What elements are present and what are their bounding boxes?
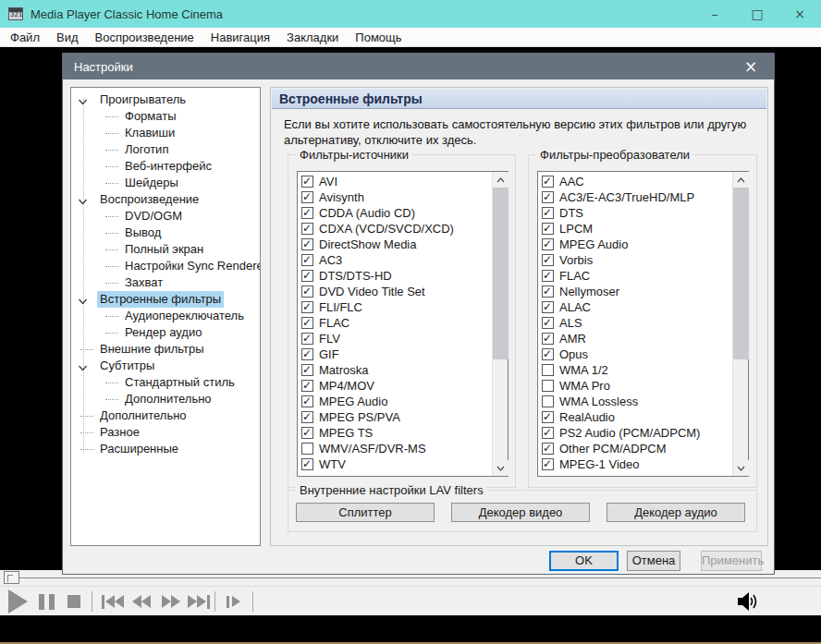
- checkbox-checked-icon[interactable]: [542, 286, 554, 298]
- checkbox-checked-icon[interactable]: [301, 364, 313, 376]
- tree-item-web-interface[interactable]: Веб-интерфейс: [71, 158, 260, 175]
- source-filter-row[interactable]: DTS/DTS-HD: [298, 268, 492, 284]
- source-filter-row[interactable]: FLI/FLC: [298, 299, 492, 315]
- source-filter-row[interactable]: CDDA (Audio CD): [298, 205, 492, 221]
- checkbox-checked-icon[interactable]: [542, 333, 554, 345]
- checkbox-checked-icon[interactable]: [542, 191, 554, 203]
- checkbox-checked-icon[interactable]: [301, 270, 313, 282]
- checkbox-unchecked-icon[interactable]: [301, 443, 313, 455]
- checkbox-checked-icon[interactable]: [542, 458, 554, 470]
- menu-view[interactable]: Вид: [48, 28, 87, 47]
- checkbox-checked-icon[interactable]: [542, 411, 554, 423]
- transform-filter-row[interactable]: LPCM: [538, 221, 732, 237]
- checkbox-checked-icon[interactable]: [301, 223, 313, 235]
- transform-filter-row[interactable]: DTS: [538, 205, 732, 221]
- tree-item-audio-renderer[interactable]: Рендер аудио: [71, 324, 260, 341]
- transform-filter-row[interactable]: AC3/E-AC3/TrueHD/MLP: [538, 189, 732, 205]
- checkbox-unchecked-icon[interactable]: [542, 380, 554, 392]
- scrollbar[interactable]: [732, 172, 748, 476]
- tree-item-subtitles-misc[interactable]: Дополнительно: [71, 391, 260, 407]
- transform-filter-row[interactable]: AAC: [538, 174, 732, 189]
- checkbox-checked-icon[interactable]: [301, 286, 313, 298]
- close-button[interactable]: ×: [778, 0, 821, 28]
- transform-filter-row[interactable]: MPEG-1 Video: [538, 456, 732, 472]
- dialog-close-icon[interactable]: ×: [737, 54, 765, 79]
- transform-filter-row[interactable]: ALS: [538, 315, 732, 331]
- tree-item-logo[interactable]: Логотип: [71, 141, 260, 158]
- scroll-up-icon[interactable]: [733, 172, 749, 188]
- source-filter-row[interactable]: Matroska: [298, 362, 492, 378]
- minimize-button[interactable]: –: [693, 0, 736, 28]
- checkbox-checked-icon[interactable]: [542, 301, 554, 313]
- checkbox-checked-icon[interactable]: [542, 254, 554, 266]
- checkbox-checked-icon[interactable]: [542, 270, 554, 282]
- decrease-rate-button[interactable]: [132, 587, 151, 616]
- tree-item-formats[interactable]: Форматы: [71, 108, 260, 125]
- pause-button[interactable]: [39, 587, 55, 616]
- tree-item-keys[interactable]: Клавиши: [71, 125, 260, 141]
- apply-button[interactable]: Применить: [701, 551, 762, 571]
- seek-track[interactable]: [19, 577, 821, 578]
- source-filter-row[interactable]: WMV/ASF/DVR-MS: [298, 441, 492, 456]
- source-filter-row[interactable]: AVI: [298, 174, 492, 189]
- transform-filter-row[interactable]: Opus: [538, 346, 732, 362]
- ok-button[interactable]: OK: [549, 551, 619, 571]
- checkbox-checked-icon[interactable]: [542, 238, 554, 250]
- checkbox-checked-icon[interactable]: [301, 176, 313, 188]
- checkbox-checked-icon[interactable]: [301, 301, 313, 313]
- tree-item-misc[interactable]: Разное: [71, 424, 260, 441]
- checkbox-checked-icon[interactable]: [542, 427, 554, 439]
- chevron-down-icon[interactable]: [78, 295, 88, 305]
- checkbox-checked-icon[interactable]: [542, 223, 554, 235]
- transform-filter-row[interactable]: Vorbis: [538, 252, 732, 268]
- lav-video-decoder-button[interactable]: Декодер видео: [451, 503, 590, 522]
- checkbox-checked-icon[interactable]: [301, 207, 313, 219]
- tree-item-audio-switcher[interactable]: Аудиопереключатель: [71, 308, 260, 324]
- lav-audio-decoder-button[interactable]: Декодер аудио: [607, 503, 745, 522]
- checkbox-checked-icon[interactable]: [301, 427, 313, 439]
- checkbox-checked-icon[interactable]: [301, 333, 313, 345]
- menu-playback[interactable]: Воспроизведение: [87, 28, 202, 47]
- tree-item-playback[interactable]: Воспроизведение: [71, 191, 260, 208]
- seek-thumb[interactable]: [4, 571, 19, 584]
- source-filter-row[interactable]: WTV: [298, 456, 492, 472]
- tree-item-advanced[interactable]: Расширенные: [71, 441, 260, 457]
- source-filter-row[interactable]: MPEG Audio: [298, 394, 492, 409]
- menu-file[interactable]: Файл: [2, 28, 48, 47]
- transform-filter-row[interactable]: WMA 1/2: [538, 362, 732, 378]
- source-filter-row[interactable]: FLAC: [298, 315, 492, 331]
- increase-rate-button[interactable]: [162, 587, 180, 616]
- transform-filter-row[interactable]: PS2 Audio (PCM/ADPCM): [538, 425, 732, 441]
- tree-item-player[interactable]: Проигрыватель: [71, 91, 260, 108]
- checkbox-checked-icon[interactable]: [301, 317, 313, 329]
- scrollbar-thumb[interactable]: [733, 188, 749, 359]
- transform-filter-row[interactable]: WMA Pro: [538, 378, 732, 394]
- checkbox-checked-icon[interactable]: [301, 380, 313, 392]
- tree-item-output[interactable]: Вывод: [71, 225, 260, 241]
- checkbox-checked-icon[interactable]: [301, 348, 313, 360]
- tree-item-fullscreen[interactable]: Полный экран: [71, 241, 260, 258]
- source-filter-row[interactable]: GIF: [298, 346, 492, 362]
- transform-filter-row[interactable]: RealAudio: [538, 409, 732, 425]
- source-filter-row[interactable]: DirectShow Media: [298, 237, 492, 252]
- chevron-down-icon[interactable]: [78, 95, 88, 105]
- checkbox-checked-icon[interactable]: [301, 238, 313, 250]
- transform-filter-row[interactable]: AMR: [538, 331, 732, 346]
- tree-item-default-style[interactable]: Стандартный стиль: [71, 374, 260, 391]
- source-filter-row[interactable]: CDXA (VCD/SVCD/XCD): [298, 221, 492, 237]
- checkbox-checked-icon[interactable]: [542, 207, 554, 219]
- checkbox-checked-icon[interactable]: [301, 254, 313, 266]
- tree-item-tweaks[interactable]: Дополнительно: [71, 407, 260, 424]
- checkbox-checked-icon[interactable]: [542, 348, 554, 360]
- lav-splitter-button[interactable]: Сплиттер: [296, 503, 435, 522]
- play-button[interactable]: [8, 587, 28, 616]
- scroll-up-icon[interactable]: [493, 172, 509, 188]
- tree-item-shaders[interactable]: Шейдеры: [71, 175, 260, 191]
- chevron-down-icon[interactable]: [78, 195, 88, 205]
- source-filter-row[interactable]: FLV: [298, 331, 492, 346]
- checkbox-checked-icon[interactable]: [542, 317, 554, 329]
- tree-item-subtitles[interactable]: Субтитры: [71, 358, 260, 374]
- scroll-down-icon[interactable]: [493, 460, 509, 476]
- scroll-down-icon[interactable]: [733, 460, 749, 476]
- checkbox-checked-icon[interactable]: [301, 395, 313, 407]
